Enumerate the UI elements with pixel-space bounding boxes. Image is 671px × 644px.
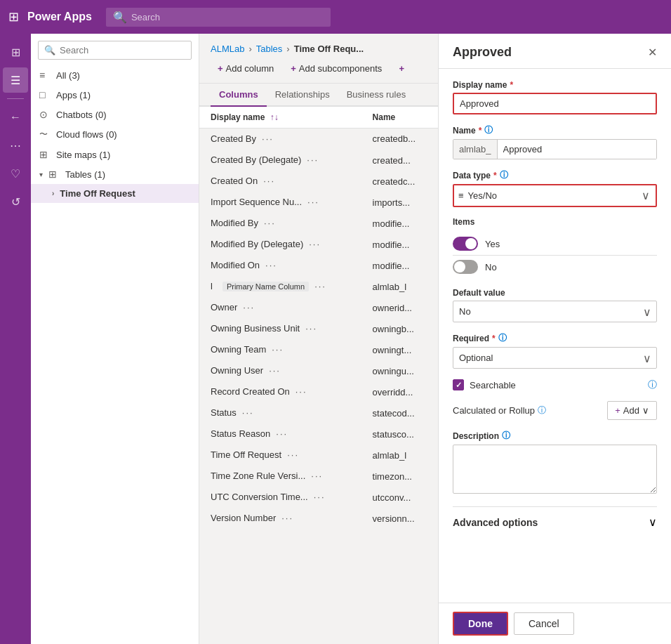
sidebar-item-time-off-request[interactable]: › Time Off Request (31, 184, 199, 203)
rail-menu-icon[interactable]: ☰ (3, 67, 28, 93)
row-options-dots[interactable]: ··· (309, 239, 321, 249)
tab-business-rules[interactable]: Business rules (338, 84, 415, 107)
required-info-icon[interactable]: ⓘ (498, 332, 507, 344)
data-type-required: * (493, 171, 497, 180)
sidebar-item-site-maps[interactable]: ⊞ Site maps (1) (31, 145, 199, 164)
sidebar-item-cloud-flows[interactable]: 〜 Cloud flows (0) (31, 124, 199, 145)
tab-relationships[interactable]: Relationships (267, 84, 338, 107)
topbar-search-input[interactable] (131, 12, 324, 22)
tab-columns[interactable]: Columns (211, 84, 267, 107)
panel-title: Approved (453, 45, 512, 60)
row-name: createdb... (361, 129, 438, 150)
add-subcomponents-button[interactable]: + Add subcomponents (284, 60, 389, 77)
row-options-dots[interactable]: ··· (269, 365, 281, 376)
data-type-info-icon[interactable]: ⓘ (500, 169, 508, 181)
row-options-dots[interactable]: ··· (272, 344, 284, 355)
row-display-name: Created By (Delegate) (211, 155, 301, 165)
row-options-dots[interactable]: ··· (264, 218, 276, 228)
grid-icon[interactable]: ⊞ (8, 9, 19, 25)
more-button[interactable]: + (392, 60, 411, 77)
done-button[interactable]: Done (453, 612, 508, 636)
breadcrumb-tables[interactable]: Tables (256, 44, 283, 54)
data-type-chevron-icon: ∨ (642, 189, 656, 202)
name-input[interactable] (498, 140, 656, 159)
sidebar-item-apps[interactable]: □ Apps (1) (31, 85, 199, 105)
default-value-label: Default value (453, 288, 505, 298)
display-name-input[interactable] (453, 93, 657, 114)
table-row: Owning Team···owningt... (199, 339, 438, 360)
row-options-dots[interactable]: ··· (242, 407, 254, 418)
table-row: Created By (Delegate)···created... (199, 150, 438, 171)
rail-grid-icon[interactable]: ⊞ (3, 39, 28, 65)
row-options-dots[interactable]: ··· (311, 471, 323, 481)
row-options-dots[interactable]: ··· (265, 260, 277, 270)
breadcrumb-almlab[interactable]: ALMLab (211, 44, 244, 54)
row-options-dots[interactable]: ··· (263, 176, 275, 186)
row-options-dots[interactable]: ··· (287, 449, 299, 460)
sidebar-item-all[interactable]: ≡ All (3) (31, 65, 199, 85)
rail-heart-icon[interactable]: ♡ (3, 161, 28, 186)
row-display-name: UTC Conversion Time... (211, 492, 308, 502)
row-options-dots[interactable]: ··· (307, 155, 319, 165)
name-label: Name (453, 126, 476, 136)
row-options-dots[interactable]: ··· (281, 513, 293, 523)
sidebar-item-chatbots[interactable]: ⊙ Chatbots (0) (31, 105, 199, 124)
row-name: versionn... (361, 508, 438, 529)
row-display-name: Version Number (211, 513, 276, 523)
expand-arrow-icon: ▾ (39, 171, 43, 178)
add-subcomponents-label: Add subcomponents (299, 63, 383, 74)
display-name-required: * (510, 80, 513, 90)
advanced-options-label: Advanced options (453, 517, 538, 528)
data-type-label: Data type (453, 171, 491, 180)
row-options-dots[interactable]: ··· (276, 428, 288, 439)
close-panel-button[interactable]: ✕ (648, 46, 657, 59)
row-options-dots[interactable]: ··· (305, 323, 317, 334)
primary-name-badge: Primary Name Column (222, 282, 309, 291)
required-field: Required * ⓘ Optional Business Required … (453, 332, 657, 369)
calc-info-icon[interactable]: ⓘ (538, 405, 546, 416)
row-display-name: Owning User (211, 365, 263, 376)
display-name-field: Display name * (453, 80, 657, 114)
row-options-dots[interactable]: ··· (262, 133, 274, 144)
searchable-checkbox[interactable] (453, 379, 464, 390)
table-row: Status···statecod... (199, 402, 438, 423)
rail-history-icon[interactable]: ↺ (3, 189, 28, 214)
yes-toggle[interactable] (453, 237, 478, 251)
description-info-icon[interactable]: ⓘ (502, 430, 510, 442)
done-label: Done (468, 618, 493, 629)
chevron-right-icon: › (52, 190, 54, 197)
required-select[interactable]: Optional Business Required Business Reco… (453, 347, 657, 369)
data-type-select[interactable]: Yes/No Text Number Date Only Date and Ti… (468, 185, 642, 206)
rail-more-icon[interactable]: ⋯ (3, 133, 28, 158)
add-chevron-icon: ∨ (642, 405, 649, 416)
add-calculated-button[interactable]: + Add ∨ (607, 401, 657, 420)
advanced-options-section[interactable]: Advanced options ∨ (453, 506, 657, 537)
name-info-icon[interactable]: ⓘ (484, 124, 493, 136)
row-options-dots[interactable]: ··· (295, 386, 307, 397)
name-prefix: almlab_ (453, 140, 498, 159)
sidebar-item-label: Cloud flows (0) (56, 129, 117, 140)
cloud-flows-icon: 〜 (39, 129, 51, 140)
name-field: Name * ⓘ almlab_ (453, 124, 657, 159)
searchable-info-icon[interactable]: ⓘ (648, 379, 657, 391)
row-options-dots[interactable]: ··· (314, 492, 326, 502)
row-display-name: Time Zone Rule Versi... (211, 471, 305, 481)
add-column-button[interactable]: + Add column (211, 60, 281, 77)
nav-search-input[interactable] (60, 45, 185, 55)
cancel-button[interactable]: Cancel (514, 612, 574, 635)
rail-back-icon[interactable]: ← (3, 105, 28, 130)
row-options-dots[interactable]: ··· (307, 197, 319, 207)
table-row: Owner···ownerid... (199, 297, 438, 318)
add-column-label: Add column (226, 63, 274, 74)
default-value-select[interactable]: No Yes (453, 301, 657, 322)
table-row: Status Reason···statusco... (199, 423, 438, 445)
items-label: Items (453, 217, 657, 227)
table-row: Created On···createdc... (199, 171, 438, 192)
description-textarea[interactable] (453, 445, 657, 494)
sidebar-item-label: Chatbots (0) (56, 110, 107, 120)
no-toggle[interactable] (453, 260, 478, 274)
row-options-dots[interactable]: ··· (243, 302, 255, 313)
sidebar-item-tables[interactable]: ▾ ⊞ Tables (1) (31, 164, 199, 184)
sidebar-item-label: Time Off Request (60, 188, 135, 199)
row-options-dots[interactable]: ··· (314, 281, 326, 291)
